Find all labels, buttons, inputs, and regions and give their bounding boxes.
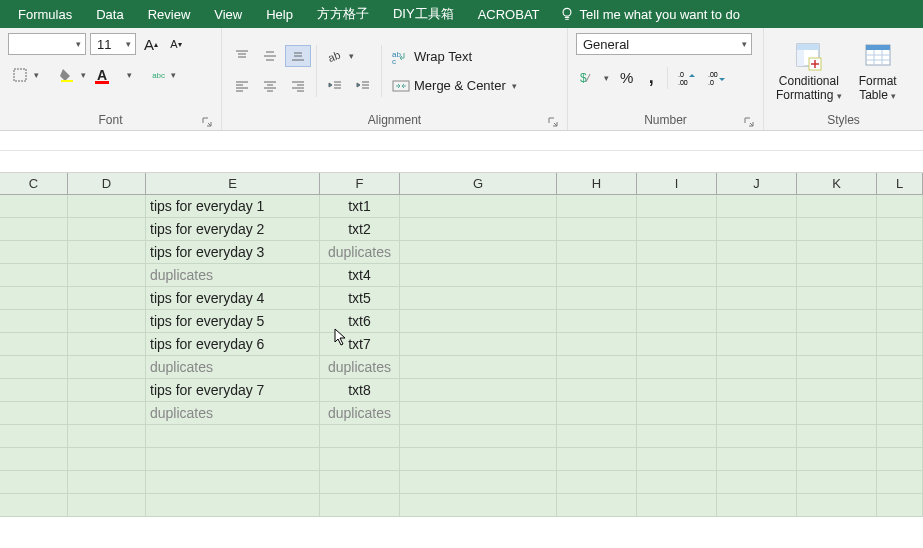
cell[interactable] — [0, 310, 68, 333]
cell[interactable] — [717, 356, 797, 379]
cell[interactable] — [637, 448, 717, 471]
cell[interactable] — [400, 471, 557, 494]
tab-diy工具箱[interactable]: DIY工具箱 — [381, 0, 466, 28]
col-header-K[interactable]: K — [797, 173, 877, 194]
table-row[interactable]: tips for everyday 5txt6 — [0, 310, 923, 333]
cell[interactable] — [637, 264, 717, 287]
cell[interactable] — [797, 356, 877, 379]
cell[interactable] — [0, 402, 68, 425]
cell[interactable] — [0, 356, 68, 379]
cell[interactable] — [557, 379, 637, 402]
cell[interactable] — [400, 356, 557, 379]
tab-review[interactable]: Review — [136, 0, 203, 28]
cell[interactable] — [68, 356, 146, 379]
decrease-decimal-button[interactable]: .00.0 — [703, 67, 731, 89]
cell[interactable] — [797, 241, 877, 264]
cell[interactable] — [797, 494, 877, 517]
cell[interactable] — [637, 218, 717, 241]
cell[interactable] — [717, 241, 797, 264]
cell[interactable] — [877, 218, 923, 241]
cell[interactable] — [557, 425, 637, 448]
align-left-button[interactable] — [229, 75, 255, 97]
table-row[interactable]: duplicatesduplicates — [0, 356, 923, 379]
col-header-E[interactable]: E — [146, 173, 320, 194]
cell[interactable] — [400, 448, 557, 471]
cell[interactable] — [637, 425, 717, 448]
cell[interactable]: txt8 — [320, 379, 400, 402]
table-row[interactable] — [0, 425, 923, 448]
cell[interactable]: duplicates — [320, 402, 400, 425]
number-format-combo[interactable]: General▾ — [576, 33, 752, 55]
cell[interactable] — [0, 471, 68, 494]
cell[interactable] — [877, 448, 923, 471]
cell[interactable] — [68, 264, 146, 287]
cell[interactable]: duplicates — [146, 402, 320, 425]
cell[interactable]: duplicates — [146, 356, 320, 379]
cell[interactable] — [717, 494, 797, 517]
cell[interactable] — [877, 494, 923, 517]
cell[interactable]: txt1 — [320, 195, 400, 218]
cell[interactable] — [797, 448, 877, 471]
table-row[interactable]: tips for everyday 3duplicates — [0, 241, 923, 264]
tab-view[interactable]: View — [202, 0, 254, 28]
cell[interactable] — [637, 310, 717, 333]
cell[interactable] — [400, 241, 557, 264]
tab-acrobat[interactable]: ACROBAT — [466, 0, 552, 28]
wrap-text-button[interactable]: abc Wrap Text — [387, 46, 537, 68]
decrease-indent-button[interactable] — [322, 75, 348, 97]
cell[interactable]: tips for everyday 4 — [146, 287, 320, 310]
cell[interactable] — [877, 287, 923, 310]
cell[interactable] — [0, 287, 68, 310]
cell[interactable] — [877, 379, 923, 402]
tell-me[interactable]: Tell me what you want to do — [560, 7, 740, 22]
cell[interactable] — [68, 425, 146, 448]
cell[interactable]: duplicates — [146, 264, 320, 287]
table-row[interactable] — [0, 471, 923, 494]
cell[interactable]: txt2 — [320, 218, 400, 241]
cell[interactable]: txt5 — [320, 287, 400, 310]
increase-font-button[interactable]: A▴ — [139, 33, 163, 56]
cell[interactable]: txt7 — [320, 333, 400, 356]
chevron-down-icon[interactable]: ▾ — [349, 51, 359, 61]
col-header-H[interactable]: H — [557, 173, 637, 194]
cell[interactable] — [557, 195, 637, 218]
cell[interactable]: txt6 — [320, 310, 400, 333]
cell[interactable] — [557, 264, 637, 287]
cell[interactable] — [400, 218, 557, 241]
cell[interactable]: tips for everyday 2 — [146, 218, 320, 241]
cell[interactable] — [400, 195, 557, 218]
cell[interactable] — [877, 333, 923, 356]
cell[interactable] — [717, 264, 797, 287]
cell[interactable] — [0, 264, 68, 287]
cell[interactable] — [557, 310, 637, 333]
cell[interactable]: duplicates — [320, 241, 400, 264]
cell[interactable]: tips for everyday 1 — [146, 195, 320, 218]
cell[interactable] — [146, 471, 320, 494]
cell[interactable] — [557, 402, 637, 425]
cell[interactable] — [637, 241, 717, 264]
cell[interactable] — [717, 333, 797, 356]
format-as-table-button[interactable]: FormatTable ▾ — [848, 38, 908, 105]
cell[interactable] — [797, 379, 877, 402]
cell[interactable] — [68, 310, 146, 333]
cell[interactable] — [797, 195, 877, 218]
cell[interactable] — [797, 310, 877, 333]
align-right-button[interactable] — [285, 75, 311, 97]
cell[interactable] — [146, 448, 320, 471]
formula-bar[interactable] — [0, 151, 923, 173]
col-header-G[interactable]: G — [400, 173, 557, 194]
dialog-launcher-icon[interactable] — [547, 116, 559, 128]
conditional-formatting-button[interactable]: ConditionalFormatting ▾ — [770, 38, 848, 105]
cell[interactable] — [320, 448, 400, 471]
cell[interactable] — [877, 310, 923, 333]
cell[interactable] — [637, 379, 717, 402]
cell[interactable] — [320, 425, 400, 448]
tab-方方格子[interactable]: 方方格子 — [305, 0, 381, 28]
col-header-D[interactable]: D — [68, 173, 146, 194]
cell[interactable] — [797, 264, 877, 287]
cell[interactable] — [717, 218, 797, 241]
cell[interactable] — [400, 264, 557, 287]
cell[interactable] — [557, 494, 637, 517]
cell[interactable] — [0, 218, 68, 241]
cell[interactable] — [320, 494, 400, 517]
